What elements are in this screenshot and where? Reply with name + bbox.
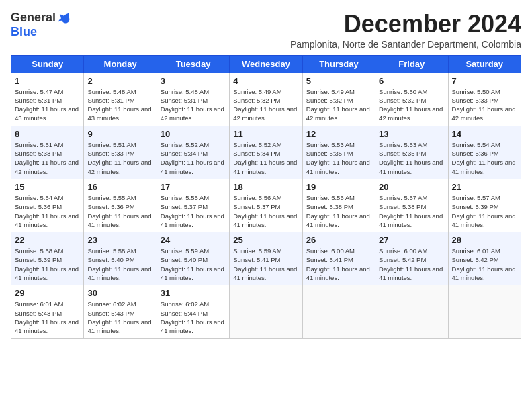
calendar-cell: 5Sunrise: 5:49 AMSunset: 5:32 PMDaylight… <box>302 73 375 126</box>
day-number: 3 <box>161 76 226 86</box>
day-info: Sunrise: 5:51 AMSunset: 5:33 PMDaylight:… <box>15 140 80 176</box>
day-number: 27 <box>379 235 444 245</box>
day-info: Sunrise: 6:00 AMSunset: 5:41 PMDaylight:… <box>306 246 371 282</box>
day-info: Sunrise: 5:49 AMSunset: 5:32 PMDaylight:… <box>306 87 371 123</box>
day-info: Sunrise: 5:57 AMSunset: 5:38 PMDaylight:… <box>379 193 444 229</box>
calendar-cell: 15Sunrise: 5:54 AMSunset: 5:36 PMDayligh… <box>11 179 84 232</box>
day-info: Sunrise: 5:56 AMSunset: 5:38 PMDaylight:… <box>306 193 371 229</box>
calendar-week-row: 1Sunrise: 5:47 AMSunset: 5:31 PMDaylight… <box>11 73 521 126</box>
day-info: Sunrise: 6:01 AMSunset: 5:43 PMDaylight:… <box>15 300 80 335</box>
calendar-header-row: SundayMondayTuesdayWednesdayThursdayFrid… <box>11 55 521 73</box>
day-info: Sunrise: 5:48 AMSunset: 5:31 PMDaylight:… <box>161 87 226 123</box>
calendar-week-row: 15Sunrise: 5:54 AMSunset: 5:36 PMDayligh… <box>11 179 521 232</box>
calendar-cell: 9Sunrise: 5:51 AMSunset: 5:33 PMDaylight… <box>84 126 157 179</box>
day-number: 4 <box>233 76 298 86</box>
day-header-friday: Friday <box>375 55 448 73</box>
month-title: December 2024 <box>290 11 521 38</box>
calendar-cell: 21Sunrise: 5:57 AMSunset: 5:39 PMDayligh… <box>448 179 521 232</box>
logo-general-text: General <box>11 11 56 25</box>
day-info: Sunrise: 5:48 AMSunset: 5:31 PMDaylight:… <box>87 87 152 123</box>
calendar-cell: 26Sunrise: 6:00 AMSunset: 5:41 PMDayligh… <box>302 232 375 285</box>
calendar-cell: 22Sunrise: 5:58 AMSunset: 5:39 PMDayligh… <box>11 232 84 285</box>
day-number: 13 <box>379 129 444 139</box>
calendar-cell: 12Sunrise: 5:53 AMSunset: 5:35 PMDayligh… <box>302 126 375 179</box>
day-info: Sunrise: 5:54 AMSunset: 5:36 PMDaylight:… <box>15 193 80 229</box>
day-info: Sunrise: 5:47 AMSunset: 5:31 PMDaylight:… <box>15 87 80 123</box>
day-number: 6 <box>379 76 444 86</box>
calendar-cell: 23Sunrise: 5:58 AMSunset: 5:40 PMDayligh… <box>84 232 157 285</box>
day-info: Sunrise: 6:01 AMSunset: 5:42 PMDaylight:… <box>452 246 517 282</box>
day-number: 8 <box>15 129 80 139</box>
logo: General Blue <box>11 11 71 39</box>
day-header-monday: Monday <box>84 55 157 73</box>
day-number: 29 <box>15 288 80 298</box>
day-info: Sunrise: 5:58 AMSunset: 5:39 PMDaylight:… <box>15 246 80 282</box>
day-info: Sunrise: 5:49 AMSunset: 5:32 PMDaylight:… <box>233 87 298 123</box>
day-info: Sunrise: 5:52 AMSunset: 5:34 PMDaylight:… <box>161 140 226 176</box>
calendar-cell: 24Sunrise: 5:59 AMSunset: 5:40 PMDayligh… <box>157 232 229 285</box>
day-number: 5 <box>306 76 371 86</box>
day-number: 18 <box>233 182 298 192</box>
calendar-cell: 29Sunrise: 6:01 AMSunset: 5:43 PMDayligh… <box>11 285 84 338</box>
calendar-cell <box>448 285 521 338</box>
day-number: 26 <box>306 235 371 245</box>
day-info: Sunrise: 5:57 AMSunset: 5:39 PMDaylight:… <box>452 193 517 229</box>
calendar-cell: 8Sunrise: 5:51 AMSunset: 5:33 PMDaylight… <box>11 126 84 179</box>
title-area: December 2024 Pamplonita, Norte de Santa… <box>290 11 521 50</box>
calendar-cell: 18Sunrise: 5:56 AMSunset: 5:37 PMDayligh… <box>230 179 302 232</box>
day-header-tuesday: Tuesday <box>157 55 229 73</box>
calendar-cell: 1Sunrise: 5:47 AMSunset: 5:31 PMDaylight… <box>11 73 84 126</box>
day-number: 23 <box>87 235 152 245</box>
calendar-cell: 17Sunrise: 5:55 AMSunset: 5:37 PMDayligh… <box>157 179 229 232</box>
calendar-cell: 31Sunrise: 6:02 AMSunset: 5:44 PMDayligh… <box>157 285 229 338</box>
calendar-cell: 20Sunrise: 5:57 AMSunset: 5:38 PMDayligh… <box>375 179 448 232</box>
calendar-table: SundayMondayTuesdayWednesdayThursdayFrid… <box>11 55 521 339</box>
location-title: Pamplonita, Norte de Santander Departmen… <box>290 39 521 50</box>
calendar-cell: 10Sunrise: 5:52 AMSunset: 5:34 PMDayligh… <box>157 126 229 179</box>
day-info: Sunrise: 5:50 AMSunset: 5:32 PMDaylight:… <box>379 87 444 123</box>
calendar-cell: 4Sunrise: 5:49 AMSunset: 5:32 PMDaylight… <box>230 73 302 126</box>
day-number: 30 <box>87 288 152 298</box>
day-info: Sunrise: 5:56 AMSunset: 5:37 PMDaylight:… <box>233 193 298 229</box>
calendar-cell: 30Sunrise: 6:02 AMSunset: 5:43 PMDayligh… <box>84 285 157 338</box>
day-info: Sunrise: 5:50 AMSunset: 5:33 PMDaylight:… <box>452 87 517 123</box>
day-info: Sunrise: 6:00 AMSunset: 5:42 PMDaylight:… <box>379 246 444 282</box>
calendar-cell: 25Sunrise: 5:59 AMSunset: 5:41 PMDayligh… <box>230 232 302 285</box>
day-header-saturday: Saturday <box>448 55 521 73</box>
calendar-cell <box>302 285 375 338</box>
day-number: 21 <box>452 182 517 192</box>
calendar-cell: 2Sunrise: 5:48 AMSunset: 5:31 PMDaylight… <box>84 73 157 126</box>
day-number: 31 <box>161 288 226 298</box>
day-info: Sunrise: 5:59 AMSunset: 5:41 PMDaylight:… <box>233 246 298 282</box>
day-number: 28 <box>452 235 517 245</box>
day-number: 19 <box>306 182 371 192</box>
day-number: 20 <box>379 182 444 192</box>
day-number: 16 <box>87 182 152 192</box>
day-number: 15 <box>15 182 80 192</box>
day-info: Sunrise: 5:59 AMSunset: 5:40 PMDaylight:… <box>161 246 226 282</box>
day-info: Sunrise: 6:02 AMSunset: 5:43 PMDaylight:… <box>87 300 152 335</box>
calendar-cell: 7Sunrise: 5:50 AMSunset: 5:33 PMDaylight… <box>448 73 521 126</box>
day-header-wednesday: Wednesday <box>230 55 302 73</box>
day-header-thursday: Thursday <box>302 55 375 73</box>
day-info: Sunrise: 5:58 AMSunset: 5:40 PMDaylight:… <box>87 246 152 282</box>
day-info: Sunrise: 5:52 AMSunset: 5:34 PMDaylight:… <box>233 140 298 176</box>
day-number: 22 <box>15 235 80 245</box>
calendar-cell: 14Sunrise: 5:54 AMSunset: 5:36 PMDayligh… <box>448 126 521 179</box>
calendar-body: 1Sunrise: 5:47 AMSunset: 5:31 PMDaylight… <box>11 73 521 338</box>
day-number: 9 <box>87 129 152 139</box>
calendar-cell <box>230 285 302 338</box>
day-number: 25 <box>233 235 298 245</box>
calendar-cell: 3Sunrise: 5:48 AMSunset: 5:31 PMDaylight… <box>157 73 229 126</box>
day-info: Sunrise: 5:55 AMSunset: 5:37 PMDaylight:… <box>161 193 226 229</box>
calendar-week-row: 22Sunrise: 5:58 AMSunset: 5:39 PMDayligh… <box>11 232 521 285</box>
day-number: 12 <box>306 129 371 139</box>
day-info: Sunrise: 5:54 AMSunset: 5:36 PMDaylight:… <box>452 140 517 176</box>
logo-blue-text: Blue <box>11 25 37 39</box>
day-info: Sunrise: 5:51 AMSunset: 5:33 PMDaylight:… <box>87 140 152 176</box>
calendar-cell: 16Sunrise: 5:55 AMSunset: 5:36 PMDayligh… <box>84 179 157 232</box>
day-number: 24 <box>161 235 226 245</box>
calendar-cell <box>375 285 448 338</box>
calendar-cell: 27Sunrise: 6:00 AMSunset: 5:42 PMDayligh… <box>375 232 448 285</box>
day-number: 10 <box>161 129 226 139</box>
